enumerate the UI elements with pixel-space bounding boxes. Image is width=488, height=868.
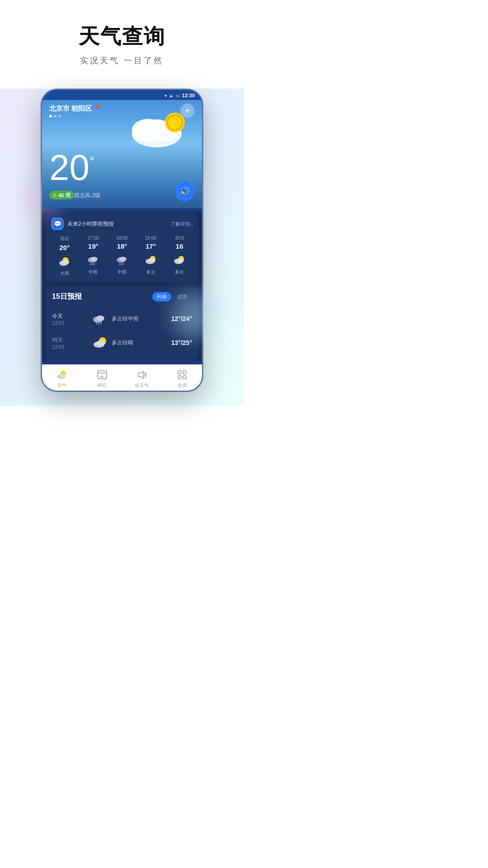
wifi-icon: ▾ [164,93,167,98]
forecast-desc-1: 多云转晴 [112,339,168,347]
hour-desc-1: 中雨 [80,269,107,275]
weather-nav-icon [56,368,68,381]
svg-rect-44 [183,376,186,379]
svg-text:40: 40 [99,375,103,379]
phone-wrap: ▾ ▲ ▭ 12:30 [36,89,208,392]
forecast-title: 15日预报 [52,292,82,302]
pin-icon: 📍 [94,104,102,113]
aqi-dot [53,193,56,197]
svg-rect-42 [183,371,186,374]
forecast-header: 15日预报 列表 趋势 [52,292,192,302]
svg-marker-40 [138,371,143,378]
svg-line-13 [92,263,93,265]
svg-point-9 [62,260,69,264]
hour-temp-0: 20° [51,244,78,251]
tab-list[interactable]: 列表 [152,292,171,302]
hour-icon-0 [57,254,72,269]
hour-icon-1 [86,253,100,267]
dot-2 [58,115,61,118]
svg-rect-43 [178,376,181,379]
svg-point-27 [96,316,104,321]
speaker-nav-icon [136,368,148,381]
location-info: 北京市 朝阳区 📍 [49,104,102,118]
hour-desc-0: 大雨 [51,270,78,277]
temp-display: 20 ° [49,150,94,186]
svg-point-25 [177,258,184,263]
svg-point-16 [119,257,127,261]
forecast-desc-0: 多云转中雨 [112,315,168,323]
speaker-button[interactable]: 🔊 [175,181,195,201]
wind-info: 西北风 2级 [74,192,100,199]
forecast-temps-1: 13°/25° [171,339,192,346]
dot-1 [54,115,56,118]
hour-icon-4 [172,253,187,267]
weather-hero: 北京市 朝阳区 📍 + 20 [42,100,202,208]
forecast-date-0: 今天 12/15 [52,312,88,326]
location-dots [49,115,102,118]
nav-label-40day: 40日 [97,382,107,389]
hour-item-1: 17:00 19° 中雨 [80,236,107,277]
svg-point-33 [96,340,105,346]
hour-desc-2: 中雨 [108,269,136,275]
card-header-left: 💬 未来2小时降雨预报 [51,217,114,230]
aqi-badge: 45 优 [49,191,74,199]
hour-item-0: 现在 20° 大雨 [51,236,78,277]
hour-temp-1: 19° [80,242,107,250]
svg-point-11 [90,257,98,261]
nav-item-weather[interactable]: 天气 [42,368,82,389]
svg-line-12 [90,263,91,265]
hour-time-4: 20:0 [166,236,193,241]
location-name: 北京市 朝阳区 📍 [49,104,102,113]
detail-link[interactable]: 了解详情 › [170,221,193,227]
nav-item-listen[interactable]: 听天气 [122,368,162,389]
rain-forecast-title: 未来2小时降雨预报 [67,220,114,228]
hour-desc-3: 多云 [137,269,164,275]
location-bar: 北京市 朝阳区 📍 + [42,104,202,118]
grid-nav-icon [176,368,188,381]
promo-section: 天气查询 实况天气 一目了然 [0,0,244,75]
chevron-right-icon: › [191,221,193,226]
hour-time-0: 现在 [51,236,78,242]
hour-time-1: 17:00 [80,236,107,241]
dot-active [49,115,52,118]
svg-line-29 [99,323,99,325]
hour-icon-2 [115,253,129,267]
forecast-date-1: 明天 12/16 [52,336,88,349]
hour-item-4: 20:0 16 多云 [166,236,193,277]
svg-line-17 [119,263,120,265]
speaker-icon: 🔊 [180,186,190,196]
hour-desc-4: 多云 [166,269,193,275]
promo-title: 天气查询 [9,23,235,51]
forecast-row-0: 今天 12/15 多云转中雨 [52,307,192,331]
svg-point-36 [60,374,66,378]
svg-line-30 [101,323,101,325]
nav-item-40day[interactable]: 40 40日 [82,368,122,389]
nav-item-tools[interactable]: 实用 [162,368,202,389]
status-icons: ▾ ▲ ▭ 12:30 [164,93,195,98]
hour-icon-3 [144,253,158,267]
hour-time-2: 18:00 [108,236,136,241]
temperature: 20 ° [49,150,94,186]
svg-rect-41 [178,371,181,374]
hourly-row: 现在 20° 大雨 [51,236,193,277]
rain-badge-icon: 💬 [51,217,64,230]
status-bar: ▾ ▲ ▭ 12:30 [42,90,202,100]
nav-label-listen: 听天气 [135,382,149,389]
hour-item-3: 19:00 17° 多云 [137,236,164,277]
battery-icon: ▭ [176,93,180,98]
phone-background: ▾ ▲ ▭ 12:30 [0,89,244,406]
content-area: 💬 未来2小时降雨预报 了解详情 › 现在 20° [42,212,202,361]
forecast-icon-0 [92,311,108,327]
card-header: 💬 未来2小时降雨预报 了解详情 › [51,217,193,230]
svg-point-22 [148,258,155,263]
add-location-button[interactable]: + [180,104,195,118]
bottom-nav: 天气 40 40日 [42,364,202,391]
svg-line-14 [94,263,94,265]
promo-subtitle: 实况天气 一目了然 [9,55,235,66]
hour-time-3: 19:00 [137,236,164,241]
calendar-nav-icon: 40 [96,368,108,381]
hour-item-2: 18:00 18° 中雨 [108,236,136,277]
hour-temp-2: 18° [108,242,136,250]
nav-label-tools: 实用 [178,382,187,389]
rain-forecast-card: 💬 未来2小时降雨预报 了解详情 › 现在 20° [46,212,198,282]
